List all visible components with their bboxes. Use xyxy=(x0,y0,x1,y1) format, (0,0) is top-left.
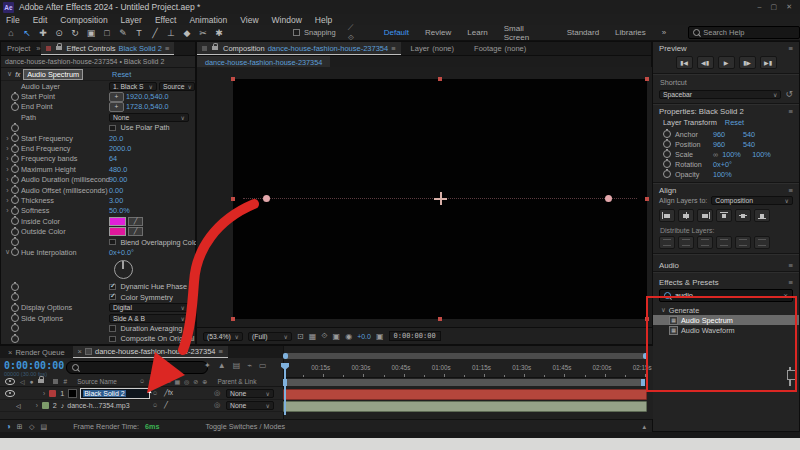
stopwatch-icon[interactable] xyxy=(663,140,671,148)
transform-reset-button[interactable]: Reset xyxy=(725,118,744,127)
twirl-icon[interactable]: › xyxy=(4,207,11,214)
hue-interpolation-dial[interactable] xyxy=(114,260,133,279)
numeric-value[interactable]: 0x+0.0° xyxy=(109,248,134,257)
stopwatch-icon[interactable] xyxy=(663,130,671,138)
parent-dropdown[interactable]: None∨ xyxy=(226,389,274,398)
camera-tool-icon[interactable]: ▣ xyxy=(83,28,99,38)
twirl-icon[interactable]: › xyxy=(4,176,11,183)
panel-menu-icon[interactable]: ≡ xyxy=(788,278,793,287)
tab-composition[interactable]: Composition dance-house-fashion-house-23… xyxy=(197,42,401,55)
twirl-icon[interactable]: ∨ xyxy=(4,248,11,256)
twirl-icon[interactable]: › xyxy=(4,187,11,194)
stopwatch-icon[interactable] xyxy=(11,186,19,194)
twirl-open-icon[interactable]: ∨ xyxy=(7,70,12,78)
menu-view[interactable]: View xyxy=(240,15,258,25)
numeric-value[interactable]: 20.0 xyxy=(109,134,123,143)
transform-value[interactable]: 960 xyxy=(713,130,739,139)
stopwatch-icon[interactable] xyxy=(11,238,19,246)
time-navigator-bar[interactable] xyxy=(285,353,645,359)
pickwhip-icon[interactable]: ◎ xyxy=(214,401,220,409)
numeric-value[interactable]: 64 xyxy=(109,154,117,163)
panel-menu-icon[interactable]: ≡ xyxy=(219,347,223,356)
audio-on-icon[interactable]: ◁ xyxy=(16,402,21,409)
pen-tool-icon[interactable]: ✎ xyxy=(115,28,131,38)
magnification-dropdown[interactable]: (53.4%)∨ xyxy=(203,332,243,341)
twirl-icon[interactable]: › xyxy=(4,145,11,152)
reset-preview-icon[interactable]: ↺ xyxy=(785,89,793,99)
parent-dropdown[interactable]: None∨ xyxy=(226,401,274,410)
numeric-value[interactable]: 2000.0 xyxy=(109,144,131,153)
stopwatch-icon[interactable] xyxy=(11,103,19,111)
stopwatch-icon[interactable] xyxy=(11,217,19,225)
stopwatch-icon[interactable] xyxy=(11,134,19,142)
graph-icon[interactable]: ⊞ xyxy=(17,422,23,431)
stopwatch-icon[interactable] xyxy=(11,176,19,184)
panel-menu-icon[interactable]: ≡ xyxy=(788,107,793,116)
panel-menu-icon[interactable]: ≡ xyxy=(788,44,793,53)
align-h-center-button[interactable] xyxy=(678,209,694,222)
align-left-button[interactable] xyxy=(659,209,675,222)
distribute-h-center-button[interactable] xyxy=(735,236,751,249)
numeric-value[interactable]: 50.0% xyxy=(109,206,130,215)
menu-edit[interactable]: Edit xyxy=(33,15,48,25)
stopwatch-icon[interactable] xyxy=(663,160,671,168)
channel-icon[interactable]: ◉ xyxy=(345,332,352,341)
selection-handle[interactable] xyxy=(231,77,235,81)
layer-1-duration-bar[interactable] xyxy=(283,389,647,400)
shy-icon[interactable]: ☺ xyxy=(152,390,158,396)
stopwatch-icon[interactable] xyxy=(11,145,19,153)
prev-frame-button[interactable]: ◀▮ xyxy=(697,56,714,69)
mask-toggle-icon[interactable]: ⟐ xyxy=(321,331,327,341)
property-dropdown[interactable]: None∨ xyxy=(109,113,189,122)
transform-value[interactable]: 0x+0° xyxy=(713,160,739,169)
work-area-end[interactable] xyxy=(641,379,645,386)
layer-row-2[interactable]: ◁ › 2 ♪ dance-h...7354.mp3 ☺ ╱ ◎ None∨ xyxy=(0,399,283,412)
workspace-default[interactable]: Default xyxy=(384,28,409,37)
stopwatch-icon[interactable] xyxy=(663,170,671,178)
stopwatch-icon[interactable] xyxy=(11,165,19,173)
current-timecode[interactable]: 0:00:00:00 xyxy=(4,360,64,371)
visibility-eye-icon[interactable] xyxy=(5,390,15,397)
snapping-checkbox[interactable] xyxy=(293,29,300,36)
workspace-overflow-icon[interactable]: » xyxy=(662,28,666,37)
tab-render-queue[interactable]: ×Render Queue xyxy=(0,346,73,358)
checkbox[interactable] xyxy=(109,294,116,301)
audio-layer-dropdown[interactable]: 1. Black S∨ xyxy=(109,82,157,91)
snapshot-camera-icon[interactable]: ▣ xyxy=(376,332,384,341)
layer-name-edit-field[interactable]: Black Solid 2 xyxy=(80,388,150,399)
point-value[interactable]: 1920.0,540.0 xyxy=(126,92,169,101)
stopwatch-icon[interactable] xyxy=(11,324,19,332)
work-area-bar[interactable] xyxy=(283,379,645,386)
shape-tool-icon[interactable]: □ xyxy=(99,28,115,38)
stopwatch-icon[interactable] xyxy=(11,228,19,236)
render-status-icon[interactable]: ◑ xyxy=(6,422,11,431)
transform-value[interactable]: 540 xyxy=(743,140,769,149)
frame-blend-icon[interactable]: ⌁ xyxy=(247,361,252,370)
stopwatch-icon[interactable] xyxy=(11,248,19,256)
first-frame-button[interactable]: ▮◀ xyxy=(676,56,693,69)
puppet-tool-icon[interactable]: ✱ xyxy=(211,28,227,38)
stopwatch-icon[interactable] xyxy=(11,124,19,132)
eyedropper-icon[interactable]: ╱ xyxy=(128,217,143,226)
selection-handle[interactable] xyxy=(438,317,442,321)
twirl-icon[interactable]: › xyxy=(4,135,11,142)
align-to-dropdown[interactable]: Composition∨ xyxy=(711,196,793,205)
playhead-line[interactable] xyxy=(284,363,286,415)
tab-project[interactable]: Project xyxy=(1,42,36,55)
eraser-tool-icon[interactable]: ◆ xyxy=(179,28,195,38)
stopwatch-icon[interactable] xyxy=(11,196,19,204)
color-swatch[interactable] xyxy=(109,217,126,226)
point-value[interactable]: 1728.0,540.0 xyxy=(126,102,169,111)
twirl-icon[interactable]: › xyxy=(36,402,38,409)
switches-value[interactable]: ╱fx xyxy=(164,389,173,397)
twirl-icon[interactable]: › xyxy=(4,155,11,162)
panel-menu-icon[interactable]: ≡ xyxy=(391,44,395,53)
maximize-icon[interactable]: ▢ xyxy=(771,3,778,11)
play-button[interactable]: ▶ xyxy=(718,56,735,69)
last-frame-button[interactable]: ▶▮ xyxy=(760,56,777,69)
point-target-icon[interactable]: + xyxy=(109,102,124,112)
selection-handle[interactable] xyxy=(645,77,649,81)
tab-layer[interactable]: Layer(none) xyxy=(401,42,464,55)
tab-footage[interactable]: Footage(none) xyxy=(464,42,536,55)
effect-reset-button[interactable]: Reset xyxy=(112,70,131,79)
